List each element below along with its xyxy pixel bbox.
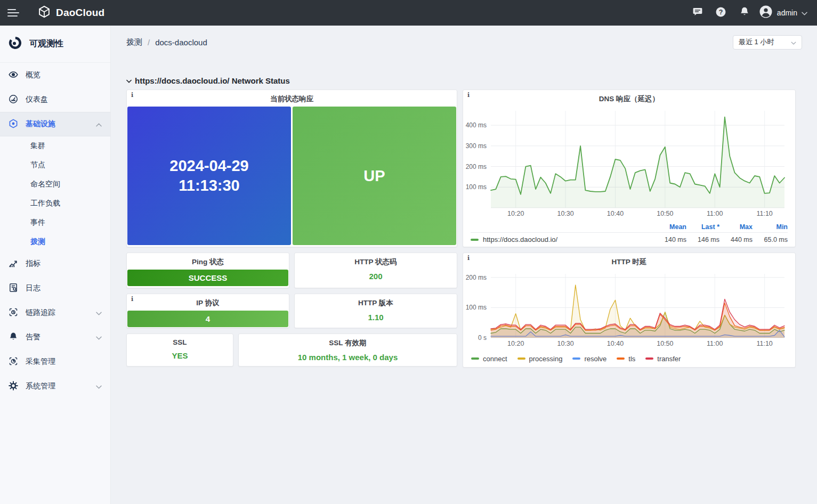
svg-text:11:00: 11:00 (707, 210, 723, 217)
user-name: admin (777, 9, 797, 17)
dns-latency-chart[interactable]: 10:2010:3010:4010:5011:0011:10100 ms200 … (463, 107, 795, 218)
svg-text:10:30: 10:30 (557, 340, 573, 347)
avatar-icon (759, 5, 773, 21)
panel-title: IP 协议 (127, 294, 289, 311)
sidebar: 可观测性 概览 仪表盘 基础设施 集群 节点 命名空间 工作负载 事件 (0, 26, 111, 504)
svg-text:?: ? (719, 9, 723, 16)
legend-col-mean[interactable]: Mean (653, 223, 686, 231)
chevron-down-icon (791, 38, 796, 46)
breadcrumb-separator: / (148, 38, 150, 47)
sidebar-item-clusters[interactable]: 集群 (0, 136, 110, 156)
panel-title: Ping 状态 (127, 253, 289, 270)
http-status-code-value: 200 (295, 270, 457, 286)
svg-text:11:00: 11:00 (707, 340, 723, 347)
panel-title: SSL (127, 334, 233, 349)
series-color-swatch (617, 357, 625, 360)
daocloud-logo-icon (37, 5, 51, 21)
info-icon[interactable]: i (467, 255, 470, 262)
svg-text:10:50: 10:50 (657, 340, 673, 347)
svg-text:10:40: 10:40 (607, 340, 624, 347)
svg-text:10:20: 10:20 (507, 340, 524, 347)
breadcrumb-item-probe[interactable]: 拨测 (126, 37, 142, 47)
http-version-value: 1.10 (295, 311, 457, 327)
http-latency-chart[interactable]: 10:2010:3010:4010:5011:0011:100 s100 ms2… (463, 270, 795, 348)
panel-dns-latency: i DNS 响应（延迟） 10:2010:3010:4010:5011:0011… (463, 90, 796, 247)
help-icon: ? (715, 6, 726, 20)
series-color-swatch (517, 357, 525, 360)
info-icon[interactable]: i (131, 92, 133, 99)
info-icon[interactable]: i (131, 296, 133, 303)
sidebar-item-collection[interactable]: 采集管理 (0, 349, 110, 374)
panel-http-version: HTTP 版本 1.10 (294, 294, 457, 328)
legend-col-max[interactable]: Max (719, 223, 753, 231)
svg-text:300 ms: 300 ms (466, 142, 487, 150)
svg-text:0 s: 0 s (478, 334, 487, 342)
messages-button[interactable] (689, 4, 707, 22)
svg-text:10:40: 10:40 (607, 210, 624, 217)
legend-col-min[interactable]: Min (753, 223, 788, 231)
panel-ssl-expiry: SSL 有效期 10 months, 1 week, 0 days (238, 334, 457, 367)
collect-pie-icon (9, 356, 18, 368)
http-legend: connect processing resolve tls (463, 350, 795, 365)
sidebar-item-infrastructure[interactable]: 基础设施 (0, 112, 110, 136)
series-toggle[interactable]: https://docs.daocloud.io/ (471, 235, 653, 243)
legend-item-tls[interactable]: tls (617, 355, 635, 363)
section-toggle-row[interactable]: https://docs.daocloud.io/ Network Status (126, 76, 796, 85)
sidebar-item-overview[interactable]: 概览 (0, 63, 110, 87)
sidebar-item-nodes[interactable]: 节点 (0, 156, 110, 175)
main-content: 拨测 / docs-daocloud 最近 1 小时 https://docs.… (111, 26, 817, 504)
bell-icon (739, 6, 750, 19)
help-button[interactable]: ? (712, 4, 730, 22)
sidebar-title: 可观测性 (29, 38, 63, 50)
sidebar-item-metrics[interactable]: 指标 (0, 251, 110, 276)
daocloud-home-link[interactable]: DaoCloud (37, 5, 104, 21)
sidebar-item-events[interactable]: 事件 (0, 213, 110, 232)
sidebar-item-alerts[interactable]: 告警 (0, 325, 110, 349)
stat-max: 440 ms (719, 236, 753, 243)
sidebar-item-workloads[interactable]: 工作负载 (0, 194, 110, 213)
panel-ssl: SSL YES (126, 334, 233, 367)
caret-down-icon (126, 76, 132, 85)
svg-text:10:50: 10:50 (657, 210, 673, 217)
observability-logo-icon (8, 36, 22, 52)
chevron-down-icon (96, 382, 102, 391)
svg-text:11:10: 11:10 (756, 210, 772, 217)
notifications-button[interactable] (735, 4, 754, 22)
time-range-picker[interactable]: 最近 1 小时 (733, 35, 802, 50)
sidebar-item-namespaces[interactable]: 命名空间 (0, 175, 110, 194)
legend-row: https://docs.daocloud.io/ 140 ms 146 ms … (471, 233, 788, 243)
legend-item-transfer[interactable]: transfer (645, 355, 681, 363)
sidebar-header: 可观测性 (0, 26, 110, 63)
svg-text:200 ms: 200 ms (466, 163, 487, 170)
sidebar-item-tracing[interactable]: 链路追踪 (0, 300, 110, 325)
hexagon-icon (9, 119, 18, 130)
ping-status-banner: SUCCESS (127, 270, 288, 286)
stat-min: 65.0 ms (753, 236, 788, 243)
panel-title: 当前状态响应 (127, 90, 457, 107)
sidebar-item-logs[interactable]: 日志 (0, 276, 110, 300)
panel-title: HTTP 时延 (463, 253, 795, 270)
legend-item-connect[interactable]: connect (471, 355, 507, 363)
panel-ip-protocol: i IP 协议 4 (126, 294, 289, 328)
chat-icon (692, 6, 703, 19)
log-search-icon (9, 283, 18, 294)
panel-ping-status: Ping 状态 SUCCESS (126, 253, 289, 288)
svg-text:11:10: 11:10 (756, 340, 772, 347)
sidebar-toggle-button[interactable] (0, 0, 26, 26)
ssl-expiry-value: 10 months, 1 week, 0 days (239, 351, 457, 367)
section-title: https://docs.daocloud.io/ Network Status (135, 76, 290, 85)
breadcrumb: 拨测 / docs-daocloud (126, 37, 207, 47)
stat-last: 146 ms (686, 236, 719, 243)
sidebar-item-dashboards[interactable]: 仪表盘 (0, 87, 110, 112)
dns-legend-table: Mean Last * Max Min https://docs.daoclou… (471, 223, 788, 243)
info-icon[interactable]: i (467, 92, 470, 99)
legend-item-processing[interactable]: processing (517, 355, 563, 363)
series-color-swatch (572, 357, 580, 360)
svg-text:10:20: 10:20 (507, 210, 524, 217)
trend-chart-icon (9, 258, 18, 270)
legend-item-resolve[interactable]: resolve (572, 355, 606, 363)
sidebar-item-probes[interactable]: 拨测 (0, 232, 110, 251)
legend-col-last[interactable]: Last * (686, 223, 719, 231)
sidebar-item-system[interactable]: 系统管理 (0, 374, 110, 399)
user-menu[interactable]: admin (759, 5, 807, 21)
